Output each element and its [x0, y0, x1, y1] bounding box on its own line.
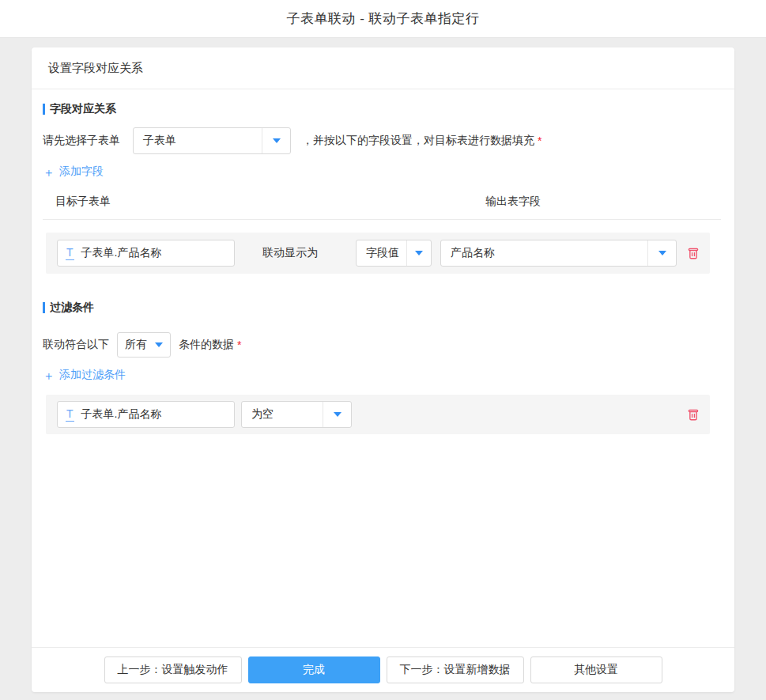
- subform-select-label: 请先选择子表单: [43, 134, 120, 148]
- section-title-text: 字段对应关系: [50, 102, 116, 116]
- filter-field-input[interactable]: T 子表单.产品名称: [57, 401, 235, 428]
- plus-icon: ＋: [43, 166, 55, 178]
- trash-icon: [686, 407, 700, 422]
- filter-row: T 子表单.产品名称 为空: [46, 395, 710, 434]
- subform-select-caret-zone: [262, 128, 290, 153]
- next-step-button[interactable]: 下一步：设置新增数据: [387, 656, 524, 683]
- target-field-input[interactable]: T 子表单.产品名称: [57, 240, 235, 267]
- column-header-output: 输出表字段: [485, 195, 541, 209]
- match-mode-select[interactable]: 所有: [117, 332, 171, 358]
- card-header: 设置字段对应关系: [32, 47, 734, 89]
- prev-step-button[interactable]: 上一步：设置触发动作: [104, 656, 242, 683]
- card-footer: 上一步：设置触发动作 完成 下一步：设置新增数据 其他设置: [32, 647, 734, 692]
- filter-suffix-label: 条件的数据: [179, 338, 234, 352]
- subform-select-value: 子表单: [134, 134, 262, 148]
- subform-note: ，并按以下的字段设置，对目标表进行数据填充: [302, 134, 534, 148]
- display-mode-select[interactable]: 字段值: [356, 240, 432, 267]
- relation-label: 联动显示为: [262, 246, 318, 260]
- other-settings-button[interactable]: 其他设置: [530, 656, 662, 683]
- chevron-down-icon: [273, 138, 281, 143]
- chevron-down-icon: [155, 342, 163, 347]
- filter-operator-caret-zone: [323, 402, 351, 427]
- dialog-title: 子表单联动 - 联动子表单指定行: [286, 9, 479, 28]
- section-bar: [43, 104, 45, 115]
- chevron-down-icon: [334, 412, 341, 417]
- trash-icon: [686, 246, 700, 260]
- add-filter-button[interactable]: ＋ 添加过滤条件: [43, 368, 126, 382]
- delete-filter-row-button[interactable]: [686, 407, 700, 422]
- display-mode-caret-zone: [406, 240, 431, 266]
- subform-select[interactable]: 子表单: [133, 127, 291, 154]
- filter-field-value: 子表单.产品名称: [81, 407, 162, 422]
- settings-card: 设置字段对应关系 字段对应关系 请先选择子表单 子表单 ，并按以下的字段设置，对…: [32, 47, 734, 692]
- output-field-caret-zone: [647, 240, 676, 266]
- required-asterisk: *: [538, 134, 541, 147]
- column-header-target: 目标子表单: [55, 195, 111, 207]
- plus-icon: ＋: [43, 369, 55, 381]
- output-field-value: 产品名称: [441, 246, 647, 260]
- chevron-down-icon: [658, 251, 666, 255]
- add-filter-label: 添加过滤条件: [59, 368, 126, 382]
- section-bar: [43, 302, 45, 313]
- filter-match-line: 联动符合以下 所有 条件的数据 *: [43, 332, 723, 358]
- section-title-field-mapping: 字段对应关系: [43, 102, 723, 116]
- filter-operator-value: 为空: [242, 407, 323, 422]
- section-title-text: 过滤条件: [50, 301, 94, 315]
- text-field-icon: T: [66, 247, 74, 260]
- target-field-value: 子表单.产品名称: [81, 246, 162, 260]
- add-field-button[interactable]: ＋ 添加字段: [43, 165, 104, 179]
- delete-mapping-row-button[interactable]: [686, 246, 700, 260]
- card-title: 设置字段对应关系: [48, 61, 143, 76]
- card-body: 字段对应关系 请先选择子表单 子表单 ，并按以下的字段设置，对目标表进行数据填充…: [32, 89, 734, 647]
- dialog-header: 子表单联动 - 联动子表单指定行: [0, 0, 766, 38]
- add-field-label: 添加字段: [59, 165, 104, 179]
- filter-prefix-label: 联动符合以下: [43, 338, 109, 352]
- output-field-select[interactable]: 产品名称: [440, 240, 677, 267]
- filter-operator-select[interactable]: 为空: [241, 401, 352, 428]
- mapping-row: T 子表单.产品名称 联动显示为 字段值 产品名称: [46, 233, 710, 274]
- mapping-column-headers: 目标子表单 输出表字段: [43, 195, 721, 220]
- display-mode-value: 字段值: [357, 246, 406, 260]
- text-field-icon: T: [66, 408, 74, 422]
- subform-selector-line: 请先选择子表单 子表单 ，并按以下的字段设置，对目标表进行数据填充 *: [43, 127, 723, 154]
- done-button[interactable]: 完成: [248, 656, 380, 683]
- match-mode-value: 所有: [125, 338, 147, 352]
- chevron-down-icon: [415, 251, 423, 255]
- section-title-filter: 过滤条件: [43, 301, 723, 315]
- required-asterisk: *: [237, 339, 241, 351]
